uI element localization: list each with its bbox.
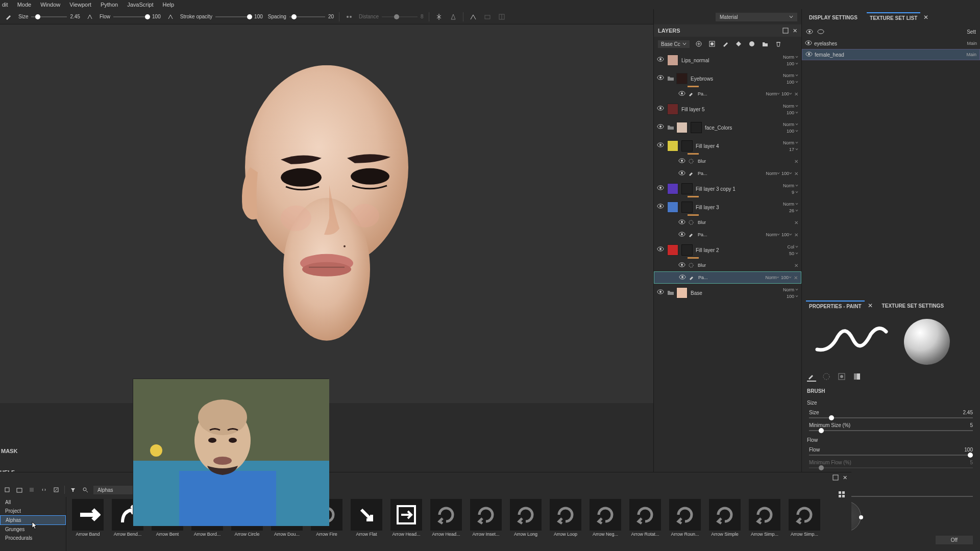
shelf-category[interactable]: Project xyxy=(0,507,66,515)
layer-row[interactable]: Lips_normalNorm100 xyxy=(654,51,801,69)
layer-effect[interactable]: Blur✕ xyxy=(654,259,801,271)
menu-window[interactable]: Window xyxy=(40,2,60,8)
material-tab-icon[interactable] xyxy=(853,372,862,382)
effect-visibility-icon[interactable] xyxy=(678,219,684,226)
shelf-import-icon[interactable] xyxy=(15,486,23,494)
spacing-slider[interactable] xyxy=(289,16,325,17)
size-slider[interactable] xyxy=(31,16,67,17)
shelf-dock-icon[interactable] xyxy=(832,474,839,481)
shelf-item[interactable]: Arrow Simp... xyxy=(786,499,823,537)
delete-layer-icon[interactable] xyxy=(774,40,782,48)
layer-row[interactable]: Fill layer 2Col50 xyxy=(654,241,801,259)
distance-slider[interactable] xyxy=(382,16,418,17)
texture-set-item[interactable]: eyelashesMain xyxy=(802,38,980,49)
effect-visibility-icon[interactable] xyxy=(678,170,684,177)
visibility-icon[interactable] xyxy=(657,185,664,192)
layer-row[interactable]: Fill layer 3 copy 1Norm9 xyxy=(654,180,801,198)
shelf-save-icon[interactable] xyxy=(28,486,36,494)
settings-button[interactable]: Sett xyxy=(967,29,976,35)
opacity-slider[interactable] xyxy=(215,16,251,17)
shelf-search-icon[interactable] xyxy=(81,486,89,494)
add-mask-icon[interactable] xyxy=(708,40,716,48)
vis-all-solo-icon[interactable] xyxy=(817,29,824,34)
add-smart-icon[interactable] xyxy=(748,40,756,48)
shelf-item[interactable]: Arrow Rotat... xyxy=(627,499,664,537)
vis-all-icon[interactable] xyxy=(806,29,813,34)
layer-effect[interactable]: Blur✕ xyxy=(654,155,801,167)
symmetry-icon[interactable] xyxy=(434,12,444,21)
effect-visibility-icon[interactable] xyxy=(679,274,685,281)
pressure-flow-icon[interactable] xyxy=(166,12,175,21)
shelf-close-icon[interactable]: ✕ xyxy=(843,474,847,481)
effect-visibility-icon[interactable] xyxy=(678,232,684,238)
material-dropdown[interactable]: Material xyxy=(716,13,797,21)
layer-row[interactable]: BaseNorm100 xyxy=(654,284,801,302)
layers-close-icon[interactable]: ✕ xyxy=(793,28,797,34)
tab-texture-set-settings[interactable]: TEXTURE SET SETTINGS xyxy=(879,301,947,311)
symmetry-settings-icon[interactable] xyxy=(449,12,458,21)
shelf-item[interactable]: Arrow Simp... xyxy=(746,499,783,537)
add-paint-layer-icon[interactable] xyxy=(721,40,729,48)
shelf-category[interactable]: All xyxy=(0,498,66,507)
follow-path-toggle[interactable]: Off xyxy=(936,536,973,544)
shelf-item[interactable]: Arrow Head... xyxy=(428,499,464,537)
shelf-item[interactable]: Arrow Simple xyxy=(706,499,743,537)
layer-row[interactable]: face_ColorsNorm100 xyxy=(654,118,801,137)
add-effect-icon[interactable] xyxy=(695,40,703,48)
mirror-icon[interactable] xyxy=(469,12,478,21)
effect-remove-icon[interactable]: ✕ xyxy=(794,159,798,164)
lazy-mouse-icon[interactable] xyxy=(345,12,354,21)
shelf-link-icon[interactable] xyxy=(40,486,48,494)
texture-set-item[interactable]: female_headMain xyxy=(802,49,980,60)
ts-visibility-icon[interactable] xyxy=(805,52,812,58)
visibility-icon[interactable] xyxy=(657,75,664,82)
alpha-tab-icon[interactable] xyxy=(822,372,831,382)
menu-python[interactable]: Python xyxy=(101,2,118,8)
effect-visibility-icon[interactable] xyxy=(678,158,684,164)
layer-row[interactable]: Fill layer 5Norm100 xyxy=(654,100,801,118)
shelf-item[interactable]: Arrow Long xyxy=(507,499,544,537)
ts-visibility-icon[interactable] xyxy=(805,40,811,46)
brush-flow-slider[interactable] xyxy=(809,455,973,456)
viewport-3d[interactable] xyxy=(0,24,653,403)
effect-remove-icon[interactable]: ✕ xyxy=(794,263,798,268)
visibility-icon[interactable] xyxy=(657,289,664,296)
shelf-home-icon[interactable] xyxy=(3,486,11,494)
layer-row[interactable]: EyebrowsNorm100 xyxy=(654,69,801,88)
shelf-item[interactable]: Arrow Flat xyxy=(348,499,385,537)
effect-visibility-icon[interactable] xyxy=(678,91,684,97)
effect-remove-icon[interactable]: ✕ xyxy=(794,91,798,97)
channel-dropdown[interactable]: Base Cc xyxy=(658,40,690,48)
layer-effect[interactable]: Blur✕ xyxy=(654,216,801,229)
grid-view-icon[interactable] xyxy=(838,497,846,499)
shelf-category[interactable]: Alphas xyxy=(0,515,66,525)
add-folder-icon[interactable] xyxy=(761,40,769,48)
shelf-filter-icon[interactable] xyxy=(69,486,77,494)
tab-texture-set-list[interactable]: TEXTURE SET LIST xyxy=(867,12,920,23)
effect-remove-icon[interactable]: ✕ xyxy=(794,232,798,238)
tab-properties[interactable]: PROPERTIES - PAINT xyxy=(806,300,865,311)
shelf-item[interactable]: Arrow Neg... xyxy=(587,499,624,537)
visibility-icon[interactable] xyxy=(657,246,664,254)
add-fill-layer-icon[interactable] xyxy=(734,40,743,48)
brush-tab-icon[interactable] xyxy=(807,372,816,382)
visibility-icon[interactable] xyxy=(657,124,664,131)
menu-mode[interactable]: Mode xyxy=(17,2,32,8)
layer-row[interactable]: Fill layer 3Norm26 xyxy=(654,198,801,216)
layer-effect[interactable]: Pa...Norm 100✕ xyxy=(654,229,801,241)
menu-viewport[interactable]: Viewport xyxy=(69,2,91,8)
layer-effect[interactable]: Pa...Norm 100✕ xyxy=(654,271,801,284)
menu-edit[interactable]: dit xyxy=(2,2,8,8)
stencil-tab-icon[interactable] xyxy=(838,372,847,382)
shelf-item[interactable]: Arrow Head... xyxy=(388,499,425,537)
effect-remove-icon[interactable]: ✕ xyxy=(794,275,798,281)
shelf-item[interactable]: Arrow Loop xyxy=(547,499,584,537)
layer-effect[interactable]: Pa...Norm 100✕ xyxy=(654,88,801,100)
flow-slider[interactable] xyxy=(113,16,149,17)
brush-tool-icon[interactable] xyxy=(4,12,13,21)
shelf-reimport-icon[interactable] xyxy=(52,486,60,494)
tab-display-settings[interactable]: DISPLAY SETTINGS xyxy=(806,13,861,22)
perspective-icon[interactable] xyxy=(483,12,492,21)
shelf-category[interactable]: Procedurals xyxy=(0,534,66,542)
effect-remove-icon[interactable]: ✕ xyxy=(794,171,798,177)
